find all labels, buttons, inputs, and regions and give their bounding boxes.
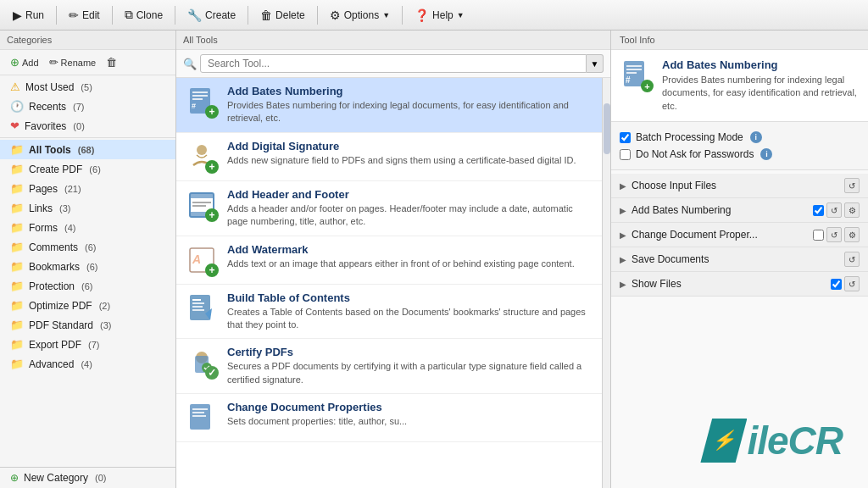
- sidebar-item-pdf-standard[interactable]: 📁 PDF Standard (3): [0, 315, 175, 335]
- add-badge-watermark: +: [205, 263, 219, 277]
- sidebar-badge-pages: (21): [64, 184, 81, 194]
- delete-button[interactable]: 🗑 Delete: [253, 5, 313, 25]
- run-button[interactable]: ▶ Run: [5, 5, 52, 25]
- new-category-icon: ⊕: [10, 472, 19, 484]
- step-refresh-save-docs[interactable]: ↺: [844, 252, 860, 267]
- step-refresh-add-bates[interactable]: ↺: [826, 202, 842, 218]
- clone-button[interactable]: ⧉ Clone: [117, 4, 170, 25]
- toolbar-sep-4: [248, 6, 248, 25]
- center-scrollbar[interactable]: [602, 78, 610, 488]
- step-label-save-docs: Save Documents: [632, 253, 841, 265]
- sidebar-header: Categories: [0, 30, 175, 50]
- sidebar-item-protection[interactable]: 📁 Protection (6): [0, 276, 175, 296]
- sidebar-rename-button[interactable]: ✏ Rename: [46, 54, 100, 70]
- sidebar-label-all-tools: All Tools: [29, 144, 71, 156]
- sidebar-item-export-pdf[interactable]: 📁 Export PDF (7): [0, 335, 175, 354]
- edit-button[interactable]: ✏ Edit: [61, 5, 108, 25]
- no-password-info-icon[interactable]: i: [760, 148, 772, 160]
- sidebar-label-most-used: Most Used: [25, 81, 74, 93]
- no-password-checkbox[interactable]: [620, 149, 631, 160]
- step-label-change-doc: Change Document Proper...: [632, 229, 810, 241]
- step-refresh-show-files[interactable]: ↺: [844, 276, 860, 291]
- step-choose-input-header[interactable]: ▶ Choose Input Files ↺: [611, 174, 868, 197]
- help-arrow-icon: ▼: [457, 11, 465, 19]
- sidebar-badge-all-tools: (68): [78, 145, 95, 155]
- tool-item-certify-pdfs[interactable]: ✓ Certify PDFs Secures a PDF documents b…: [176, 339, 602, 394]
- step-refresh-change-doc[interactable]: ↺: [826, 227, 842, 242]
- step-change-doc-prop-header[interactable]: ▶ Change Document Proper... ↺ ⚙: [611, 223, 868, 247]
- heart-icon: ❤: [10, 119, 19, 132]
- options-button[interactable]: ⚙ Options ▼: [322, 5, 398, 25]
- center-header: All Tools: [176, 30, 610, 50]
- help-button[interactable]: ❓ Help ▼: [407, 5, 472, 25]
- step-gear-add-bates[interactable]: ⚙: [844, 202, 860, 218]
- sidebar-item-most-used[interactable]: ⚠ Most Used (5): [0, 77, 175, 97]
- sidebar-item-optimize-pdf[interactable]: 📁 Optimize PDF (2): [0, 296, 175, 315]
- sidebar-item-recents[interactable]: 🕐 Recents (7): [0, 97, 175, 116]
- search-dropdown-button[interactable]: ▼: [587, 54, 604, 73]
- sidebar-actions: ⊕ Add ✏ Rename 🗑: [0, 50, 175, 75]
- folder-protection-icon: 📁: [10, 280, 24, 292]
- tool-desc-watermark: Adds text or an image that appears eithe…: [227, 258, 593, 270]
- search-icon: 🔍: [183, 58, 197, 70]
- sidebar-item-bookmarks[interactable]: 📁 Bookmarks (6): [0, 257, 175, 276]
- sidebar-item-pages[interactable]: 📁 Pages (21): [0, 179, 175, 198]
- add-badge-bates: +: [205, 105, 219, 119]
- sidebar-badge-bookmarks: (6): [86, 262, 97, 272]
- tools-list-wrapper: # + Add Bates Numbering Provides Bates n…: [176, 78, 602, 488]
- options-icon: ⚙: [330, 8, 341, 22]
- sidebar-item-create-pdf[interactable]: 📁 Create PDF (6): [0, 159, 175, 179]
- step-add-bates-header[interactable]: ▶ Add Bates Numbering ↺ ⚙: [611, 198, 868, 222]
- tool-item-change-doc-props[interactable]: Change Document Properties Sets document…: [176, 394, 602, 442]
- step-check-show-files[interactable]: [831, 279, 842, 290]
- tool-info-card: # + Add Bates Numbering Provides Bates n…: [611, 50, 868, 122]
- sidebar-item-all-tools[interactable]: 📁 All Tools (68): [0, 140, 175, 159]
- tool-text-certify: Certify PDFs Secures a PDF documents by …: [227, 346, 593, 386]
- step-chevron-add-bates: ▶: [620, 206, 626, 215]
- sidebar-bottom: ⊕ New Category (0): [0, 467, 175, 488]
- tool-desc-doc-props: Sets document properties: title, author,…: [227, 415, 593, 428]
- tool-name-toc: Build Table of Contents: [227, 291, 593, 304]
- svg-text:#: #: [192, 102, 196, 110]
- sidebar-item-comments[interactable]: 📁 Comments (6): [0, 237, 175, 257]
- sidebar-delete-button[interactable]: 🗑: [103, 54, 120, 70]
- step-check-add-bates[interactable]: [813, 205, 824, 216]
- step-choose-input: ▶ Choose Input Files ↺: [611, 174, 868, 198]
- step-save-documents-header[interactable]: ▶ Save Documents ↺: [611, 247, 868, 271]
- batch-mode-checkbox[interactable]: [620, 132, 631, 143]
- step-refresh-choose-input[interactable]: ↺: [844, 178, 860, 193]
- step-controls-show-files: ↺: [831, 276, 860, 291]
- sidebar-add-button[interactable]: ⊕ Add: [7, 54, 42, 70]
- tool-item-build-toc[interactable]: Build Table of Contents Creates a Table …: [176, 285, 602, 340]
- step-gear-change-doc[interactable]: ⚙: [844, 227, 860, 242]
- tool-text-signature: Add Digital Signature Adds new signature…: [227, 140, 593, 167]
- step-check-change-doc[interactable]: [813, 230, 824, 241]
- svg-rect-25: [192, 415, 206, 417]
- batch-mode-info-icon[interactable]: i: [750, 131, 762, 143]
- sidebar-item-forms[interactable]: 📁 Forms (4): [0, 218, 175, 237]
- sidebar-item-advanced[interactable]: 📁 Advanced (4): [0, 354, 175, 374]
- step-label-choose-input: Choose Input Files: [632, 180, 841, 191]
- add-badge-header-footer: +: [205, 208, 219, 222]
- tool-item-add-bates-numbering[interactable]: # + Add Bates Numbering Provides Bates n…: [176, 78, 602, 133]
- sidebar-item-links[interactable]: 📁 Links (3): [0, 198, 175, 218]
- sidebar-label-advanced: Advanced: [29, 358, 74, 370]
- tool-item-add-header-footer[interactable]: + Add Header and Footer Adds a header an…: [176, 181, 602, 236]
- tool-icon-signature: +: [185, 140, 219, 174]
- tools-list: # + Add Bates Numbering Provides Bates n…: [176, 78, 602, 488]
- step-label-add-bates: Add Bates Numbering: [632, 204, 810, 216]
- tool-name-signature: Add Digital Signature: [227, 140, 593, 152]
- tool-info-name: Add Bates Numbering: [662, 58, 860, 71]
- center-panel: All Tools 🔍 ▼: [176, 30, 611, 488]
- create-button[interactable]: 🔧 Create: [180, 5, 243, 25]
- step-show-files-header[interactable]: ▶ Show Files ↺: [611, 272, 868, 296]
- sidebar-item-new-category[interactable]: ⊕ New Category (0): [0, 468, 175, 488]
- tool-item-add-watermark[interactable]: A + Add Watermark Adds text or an image …: [176, 236, 602, 285]
- toolbar-sep-5: [317, 6, 318, 25]
- batch-mode-option: Batch Processing Mode i: [620, 129, 860, 146]
- create-icon: 🔧: [187, 8, 202, 22]
- tool-item-add-digital-signature[interactable]: + Add Digital Signature Adds new signatu…: [176, 133, 602, 181]
- sidebar-item-favorites[interactable]: ❤ Favorites (0): [0, 116, 175, 136]
- tool-name-doc-props: Change Document Properties: [227, 401, 593, 413]
- search-input[interactable]: [200, 54, 587, 73]
